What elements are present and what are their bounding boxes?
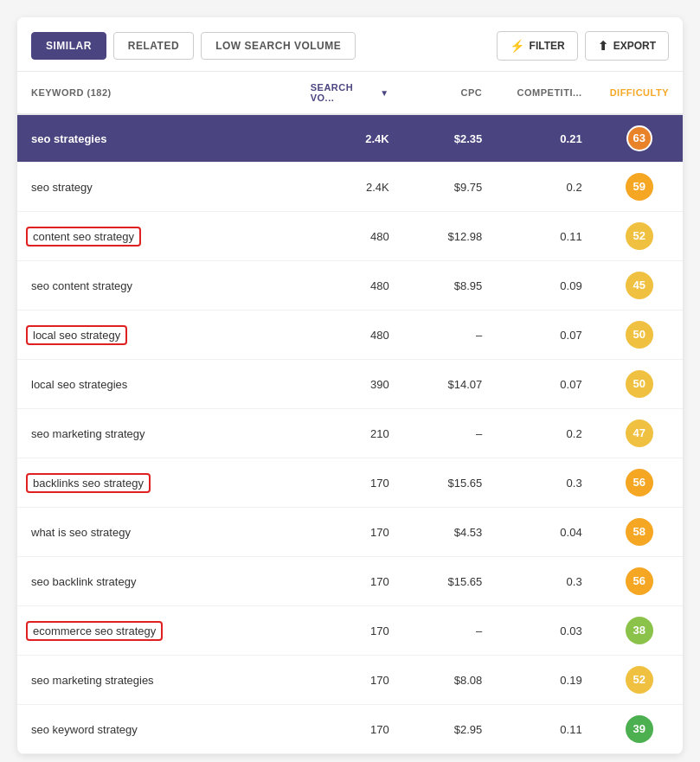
- competition-cell: 0.21: [496, 114, 595, 163]
- difficulty-cell: 58: [596, 508, 683, 557]
- difficulty-cell: 63: [596, 114, 683, 163]
- col-header-keyword: KEYWORD (182): [17, 72, 297, 114]
- difficulty-badge: 38: [626, 617, 653, 644]
- cpc-cell: $9.75: [403, 163, 497, 212]
- table-row: local seo strategy480–0.0750: [17, 311, 683, 360]
- table-row: ecommerce seo strategy170–0.0338: [17, 606, 683, 656]
- table-row: seo keyword strategy170$2.950.1139: [17, 705, 683, 754]
- tab-related[interactable]: RELATED: [113, 32, 194, 60]
- competition-cell: 0.19: [496, 656, 595, 705]
- cpc-cell: $8.95: [403, 261, 497, 311]
- keyword-cell[interactable]: backlinks seo strategy: [17, 458, 297, 508]
- keyword-text: ecommerce seo strategy: [26, 621, 163, 641]
- cpc-cell: $15.65: [403, 458, 497, 508]
- difficulty-badge: 47: [626, 419, 653, 447]
- keyword-text: backlinks seo strategy: [26, 473, 151, 493]
- difficulty-badge: 45: [626, 272, 653, 299]
- tab-similar[interactable]: SIMILAR: [31, 32, 106, 60]
- keyword-cell[interactable]: ecommerce seo strategy: [17, 606, 297, 656]
- tab-low-search-volume[interactable]: LOW SEARCH VOLUME: [201, 32, 356, 60]
- search-vol-cell: 170: [297, 656, 403, 705]
- difficulty-badge: 52: [626, 222, 653, 250]
- competition-cell: 0.11: [496, 705, 595, 754]
- col-header-competition: COMPETITI...: [496, 72, 595, 114]
- cpc-cell: –: [403, 311, 497, 360]
- competition-cell: 0.09: [496, 261, 595, 311]
- keyword-cell[interactable]: seo backlink strategy: [17, 557, 297, 606]
- search-vol-cell: 2.4K: [297, 114, 403, 163]
- keyword-cell[interactable]: seo content strategy: [17, 261, 297, 311]
- competition-cell: 0.2: [496, 409, 595, 458]
- search-vol-cell: 170: [297, 606, 403, 656]
- tabs-row: SIMILAR RELATED LOW SEARCH VOLUME ⚡ FILT…: [17, 17, 683, 72]
- difficulty-badge: 56: [626, 567, 653, 595]
- col-header-search-vol[interactable]: SEARCH VO... ▼: [297, 72, 403, 114]
- table-row: what is seo strategy170$4.530.0458: [17, 508, 683, 557]
- difficulty-badge: 56: [626, 469, 653, 496]
- search-vol-cell: 170: [297, 508, 403, 557]
- keyword-cell[interactable]: local seo strategy: [17, 311, 297, 360]
- table-row: backlinks seo strategy170$15.650.356: [17, 458, 683, 508]
- keywords-table: KEYWORD (182) SEARCH VO... ▼ CPC COMPETI…: [17, 72, 683, 754]
- difficulty-cell: 38: [596, 606, 683, 656]
- keyword-cell[interactable]: seo strategies: [17, 114, 297, 163]
- competition-cell: 0.3: [496, 458, 595, 508]
- search-vol-cell: 170: [297, 705, 403, 754]
- keyword-cell[interactable]: what is seo strategy: [17, 508, 297, 557]
- cpc-cell: $14.07: [403, 360, 497, 409]
- competition-cell: 0.11: [496, 212, 595, 261]
- cpc-cell: $12.98: [403, 212, 497, 261]
- cpc-cell: $8.08: [403, 656, 497, 705]
- sort-arrow-icon: ▼: [380, 88, 389, 98]
- competition-cell: 0.04: [496, 508, 595, 557]
- cpc-cell: $4.53: [403, 508, 497, 557]
- table-row: seo strategies2.4K$2.350.2163: [17, 114, 683, 163]
- difficulty-badge: 50: [626, 321, 653, 349]
- search-vol-cell: 170: [297, 458, 403, 508]
- difficulty-badge: 63: [626, 125, 652, 151]
- keyword-cell[interactable]: seo marketing strategy: [17, 409, 297, 458]
- search-vol-cell: 210: [297, 409, 403, 458]
- competition-cell: 0.3: [496, 557, 595, 606]
- filter-icon: ⚡: [510, 39, 524, 53]
- search-vol-cell: 480: [297, 261, 403, 311]
- export-button[interactable]: ⬆ EXPORT: [585, 31, 669, 61]
- difficulty-badge: 50: [626, 370, 653, 398]
- difficulty-cell: 45: [596, 261, 683, 311]
- search-vol-cell: 390: [297, 360, 403, 409]
- col-header-cpc: CPC: [403, 72, 497, 114]
- cpc-cell: $2.35: [403, 114, 497, 163]
- filter-button[interactable]: ⚡ FILTER: [497, 31, 578, 61]
- cpc-cell: –: [403, 409, 497, 458]
- keyword-cell[interactable]: seo keyword strategy: [17, 705, 297, 754]
- difficulty-cell: 52: [596, 656, 683, 705]
- table-row: seo strategy2.4K$9.750.259: [17, 163, 683, 212]
- search-vol-cell: 2.4K: [297, 163, 403, 212]
- search-vol-cell: 170: [297, 557, 403, 606]
- table-row: seo backlink strategy170$15.650.356: [17, 557, 683, 606]
- table-row: local seo strategies390$14.070.0750: [17, 360, 683, 409]
- table-row: seo marketing strategy210–0.247: [17, 409, 683, 458]
- difficulty-badge: 39: [626, 715, 653, 743]
- col-header-difficulty: DIFFICULTY: [596, 72, 683, 114]
- cpc-cell: $15.65: [403, 557, 497, 606]
- difficulty-badge: 52: [626, 666, 653, 694]
- difficulty-badge: 59: [626, 173, 653, 201]
- export-icon: ⬆: [598, 39, 608, 53]
- difficulty-badge: 58: [626, 518, 653, 546]
- difficulty-cell: 39: [596, 705, 683, 754]
- competition-cell: 0.2: [496, 163, 595, 212]
- difficulty-cell: 50: [596, 360, 683, 409]
- keyword-cell[interactable]: local seo strategies: [17, 360, 297, 409]
- table-row: seo content strategy480$8.950.0945: [17, 261, 683, 311]
- keyword-cell[interactable]: seo strategy: [17, 163, 297, 212]
- difficulty-cell: 50: [596, 311, 683, 360]
- difficulty-cell: 59: [596, 163, 683, 212]
- difficulty-cell: 56: [596, 557, 683, 606]
- difficulty-cell: 52: [596, 212, 683, 261]
- search-vol-cell: 480: [297, 311, 403, 360]
- keyword-cell[interactable]: content seo strategy: [17, 212, 297, 261]
- keyword-cell[interactable]: seo marketing strategies: [17, 656, 297, 705]
- search-vol-cell: 480: [297, 212, 403, 261]
- cpc-cell: –: [403, 606, 497, 656]
